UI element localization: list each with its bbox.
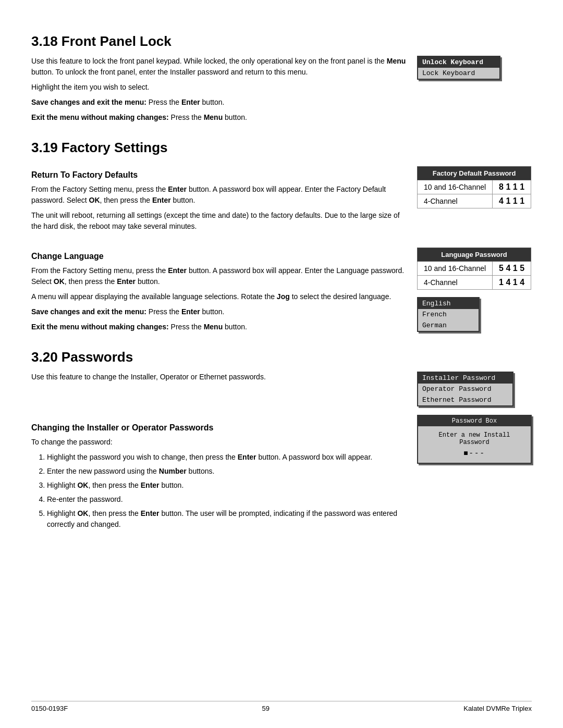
section-318-intro: Use this feature to lock the front panel…: [31, 56, 407, 78]
page: 3.18 Front Panel Lock Use this feature t…: [0, 0, 563, 728]
change-language-right: Language Password 10 and 16-Channel 5 4 …: [417, 243, 532, 332]
language-widget: English French German: [417, 297, 480, 332]
footer-right: Kalatel DVMRe Triplex: [463, 705, 532, 712]
enter-bold-318: Enter: [181, 98, 200, 106]
menu-bold: Menu: [387, 57, 406, 65]
keyboard-widget: Unlock Keyboard Lock Keyboard: [417, 56, 500, 80]
change-language-left: Change Language From the Factory Setting…: [31, 243, 407, 337]
password-box-widget: Password Box Enter a new Install Passwor…: [417, 415, 532, 464]
change-language-title: Change Language: [31, 252, 407, 261]
step-5: Highlight OK, then press the Enter butto…: [47, 508, 407, 530]
change-language-p1: From the Factory Setting menu, press the…: [31, 265, 407, 287]
german-item[interactable]: German: [418, 320, 479, 331]
french-item[interactable]: French: [418, 309, 479, 320]
section-front-panel-lock: 3.18 Front Panel Lock Use this feature t…: [31, 33, 532, 127]
factory-row2-channel: 4-Channel: [418, 194, 493, 208]
change-language-p2: A menu will appear displaying the availa…: [31, 291, 407, 302]
section-318-exit: Exit the menu without making changes: Pr…: [31, 112, 407, 123]
lang-row1-channel: 10 and 16-Channel: [418, 262, 493, 276]
subsection-change-language: Change Language From the Factory Setting…: [31, 243, 532, 337]
factory-defaults-p2: The unit will reboot, returning all sett…: [31, 210, 407, 232]
subsection-factory-defaults: Return To Factory Defaults From the Fact…: [31, 162, 532, 236]
english-item[interactable]: English: [418, 298, 479, 309]
passwords-intro: Use this feature to change the Installer…: [31, 372, 407, 382]
footer-center: 59: [262, 705, 269, 712]
step-3: Highlight OK, then press the Enter butto…: [47, 480, 407, 491]
language-table-header: Language Password: [418, 248, 531, 262]
change-language-row: Change Language From the Factory Setting…: [31, 243, 532, 337]
password-box-label: Enter a new Install Password: [418, 430, 531, 447]
passwords-intro-row: Use this feature to change the Installer…: [31, 372, 532, 406]
changing-passwords-right: Password Box Enter a new Install Passwor…: [417, 415, 532, 464]
changing-passwords-row: Changing the Installer or Operator Passw…: [31, 415, 532, 533]
passwords-widget: Installer Password Operator Password Eth…: [417, 372, 513, 406]
step-2: Enter the new password using the Number …: [47, 466, 407, 477]
menu-bold-318: Menu: [204, 113, 223, 121]
ethernet-password-item[interactable]: Ethernet Password: [418, 394, 512, 405]
change-language-exit: Exit the menu without making changes: Pr…: [31, 322, 407, 332]
section-318-left: Use this feature to lock the front panel…: [31, 56, 407, 127]
passwords-intro-left: Use this feature to change the Installer…: [31, 372, 407, 387]
factory-table-header: Factory Default Password: [418, 167, 531, 180]
language-password-table: Language Password 10 and 16-Channel 5 4 …: [417, 248, 531, 290]
factory-defaults-left: Return To Factory Defaults From the Fact…: [31, 162, 407, 236]
save-label-318: Save changes and exit the menu:: [31, 98, 146, 106]
lang-row1-password: 5 4 1 5: [493, 262, 531, 276]
changing-passwords-intro: To change the password:: [31, 437, 407, 448]
factory-defaults-p1: From the Factory Setting menu, press the…: [31, 184, 407, 206]
changing-passwords-left: Changing the Installer or Operator Passw…: [31, 415, 407, 533]
section-318-content: Use this feature to lock the front panel…: [31, 56, 532, 127]
section-passwords: 3.20 Passwords Use this feature to chang…: [31, 349, 532, 533]
section-320-title: 3.20 Passwords: [31, 349, 532, 365]
subsection-changing-passwords: Changing the Installer or Operator Passw…: [31, 415, 532, 533]
factory-password-table: Factory Default Password 10 and 16-Chann…: [417, 166, 531, 208]
section-factory-settings: 3.19 Factory Settings Return To Factory …: [31, 140, 532, 337]
installer-password-item[interactable]: Installer Password: [418, 373, 512, 384]
change-language-save: Save changes and exit the menu: Press th…: [31, 306, 407, 317]
exit-label-318: Exit the menu without making changes:: [31, 113, 169, 121]
factory-defaults-right: Factory Default Password 10 and 16-Chann…: [417, 162, 532, 208]
section-318-save: Save changes and exit the menu: Press th…: [31, 97, 407, 108]
lock-keyboard-item[interactable]: Lock Keyboard: [418, 68, 499, 79]
footer: 0150-0193F 59 Kalatel DVMRe Triplex: [31, 701, 532, 712]
section-318-highlight: Highlight the item you wish to select.: [31, 82, 407, 93]
operator-password-item[interactable]: Operator Password: [418, 384, 512, 394]
footer-left: 0150-0193F: [31, 705, 68, 712]
lang-row2-password: 1 4 1 4: [493, 276, 531, 290]
step-1: Highlight the password you wish to chang…: [47, 452, 407, 463]
factory-row1-password: 8 1 1 1: [493, 180, 531, 194]
password-box-input: ■---: [418, 447, 531, 460]
changing-passwords-title: Changing the Installer or Operator Passw…: [31, 423, 407, 433]
lang-row2-channel: 4-Channel: [418, 276, 493, 290]
passwords-intro-right: Installer Password Operator Password Eth…: [417, 372, 532, 406]
section-319-title: 3.19 Factory Settings: [31, 140, 532, 156]
factory-row1-channel: 10 and 16-Channel: [418, 180, 493, 194]
section-318-title: 3.18 Front Panel Lock: [31, 33, 532, 50]
password-steps-list: Highlight the password you wish to chang…: [47, 452, 407, 530]
factory-row2-password: 4 1 1 1: [493, 194, 531, 208]
step-4: Re-enter the password.: [47, 494, 407, 505]
unlock-keyboard-item[interactable]: Unlock Keyboard: [418, 57, 499, 68]
factory-defaults-row: Return To Factory Defaults From the Fact…: [31, 162, 532, 236]
section-318-right: Unlock Keyboard Lock Keyboard: [417, 56, 532, 84]
password-box-title: Password Box: [418, 416, 531, 426]
factory-defaults-title: Return To Factory Defaults: [31, 170, 407, 180]
